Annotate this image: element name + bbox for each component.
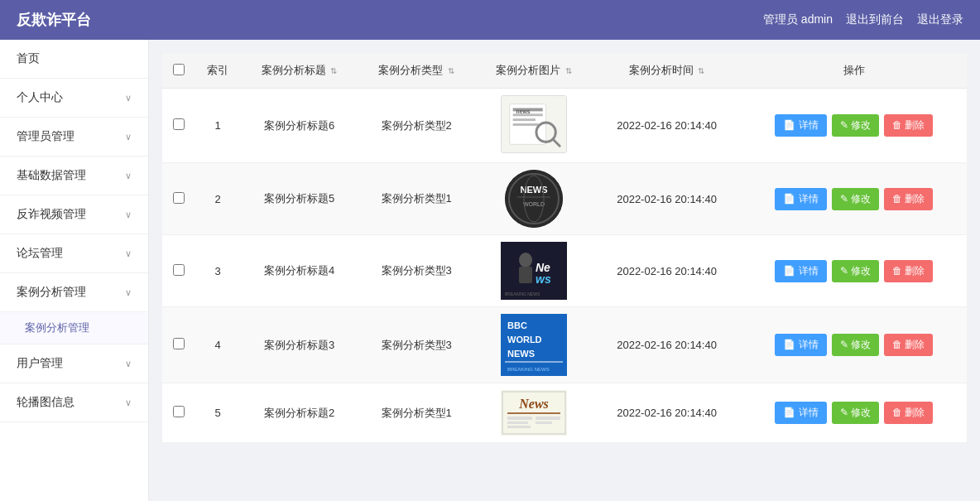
chevron-icon: ∨ (125, 287, 132, 298)
delete-button[interactable]: 🗑 删除 (884, 402, 933, 424)
sidebar-item-banner[interactable]: 轮播图信息 ∨ (0, 383, 148, 422)
svg-text:News: News (518, 397, 549, 411)
chevron-icon: ∨ (125, 132, 132, 142)
sidebar-item-personal[interactable]: 个人中心 ∨ (0, 79, 148, 118)
detail-button[interactable]: 📄 详情 (775, 260, 826, 282)
body-layout: 首页 个人中心 ∨ 管理员管理 ∨ 基础数据管理 ∨ 反诈视频管理 ∨ 论坛管理… (0, 40, 980, 501)
header: 反欺诈平台 管理员 admin 退出到前台 退出登录 (0, 0, 980, 40)
delete-button[interactable]: 🗑 删除 (884, 188, 933, 210)
detail-button[interactable]: 📄 详情 (775, 402, 826, 424)
delete-button[interactable]: 🗑 删除 (884, 114, 933, 137)
chevron-icon: ∨ (125, 248, 132, 259)
action-group: 📄 详情 ✎ 修改 🗑 删除 (748, 114, 960, 137)
edit-button[interactable]: ✎ 修改 (832, 402, 879, 424)
btn-logout[interactable]: 退出登录 (917, 12, 963, 27)
edit-button[interactable]: ✎ 修改 (832, 260, 879, 282)
row-checkbox[interactable] (173, 118, 185, 130)
chevron-icon: ∨ (125, 171, 132, 181)
svg-rect-5 (512, 123, 538, 126)
app-title: 反欺诈平台 (17, 10, 91, 30)
edit-button[interactable]: ✎ 修改 (832, 188, 879, 210)
svg-rect-34 (536, 422, 552, 424)
table-row: 3 案例分析标题4 案例分析类型3 Ne ws (162, 235, 967, 307)
svg-point-16 (519, 253, 532, 267)
table-row: 5 案例分析标题2 案例分析类型1 News (162, 383, 967, 443)
sidebar-item-user[interactable]: 用户管理 ∨ (0, 344, 148, 383)
main-content: 索引 案例分析标题 ⇅ 案例分析类型 ⇅ 案例分析图片 ⇅ 案例分析时间 ⇅ 操… (149, 40, 980, 501)
chevron-icon: ∨ (125, 210, 132, 220)
svg-point-9 (505, 170, 563, 228)
row-checkbox[interactable] (173, 264, 185, 276)
col-action: 操作 (742, 53, 967, 89)
delete-button[interactable]: 🗑 删除 (884, 260, 933, 282)
delete-button[interactable]: 🗑 删除 (884, 334, 933, 356)
chevron-icon: ∨ (125, 359, 132, 369)
svg-text:BREAKING NEWS: BREAKING NEWS (507, 367, 550, 372)
col-image: 案例分析图片 ⇅ (475, 53, 593, 89)
svg-text:ws: ws (536, 272, 551, 286)
svg-rect-35 (507, 426, 531, 428)
svg-rect-4 (512, 118, 535, 121)
svg-text:WORLD: WORLD (507, 335, 542, 344)
col-title: 案例分析标题 ⇅ (241, 53, 358, 89)
detail-button[interactable]: 📄 详情 (775, 188, 826, 210)
svg-rect-31 (507, 417, 532, 420)
sidebar-item-home[interactable]: 首页 (0, 40, 148, 79)
col-type: 案例分析类型 ⇅ (358, 53, 475, 89)
action-group: 📄 详情 ✎ 修改 🗑 删除 (748, 188, 960, 210)
table-row: 1 案例分析标题6 案例分析类型2 (162, 89, 967, 163)
header-actions: 管理员 admin 退出到前台 退出登录 (763, 12, 963, 27)
svg-rect-32 (536, 417, 560, 420)
sidebar-item-video[interactable]: 反诈视频管理 ∨ (0, 195, 148, 234)
sidebar-sub-item-case[interactable]: 案例分析管理 (0, 312, 148, 344)
chevron-icon: ∨ (125, 397, 132, 408)
col-index: 索引 (195, 53, 240, 89)
sidebar: 首页 个人中心 ∨ 管理员管理 ∨ 基础数据管理 ∨ 反诈视频管理 ∨ 论坛管理… (0, 40, 149, 501)
sidebar-item-admin[interactable]: 管理员管理 ∨ (0, 118, 148, 157)
row-checkbox[interactable] (173, 338, 185, 349)
col-time: 案例分析时间 ⇅ (593, 53, 742, 89)
table-row: 4 案例分析标题3 案例分析类型3 BBC WORLD NEWS BREAKIN… (162, 307, 967, 383)
btn-frontend[interactable]: 退出到前台 (846, 12, 904, 27)
select-all-checkbox[interactable] (173, 64, 185, 75)
svg-text:NEWS: NEWS (507, 349, 535, 359)
sidebar-item-basic-data[interactable]: 基础数据管理 ∨ (0, 157, 148, 195)
sidebar-item-forum[interactable]: 论坛管理 ∨ (0, 234, 148, 273)
action-group: 📄 详情 ✎ 修改 🗑 删除 (748, 260, 960, 282)
col-checkbox (162, 53, 195, 89)
svg-text:BREAKING NEWS: BREAKING NEWS (505, 291, 540, 296)
case-table: 索引 案例分析标题 ⇅ 案例分析类型 ⇅ 案例分析图片 ⇅ 案例分析时间 ⇅ 操… (162, 53, 967, 443)
row-checkbox[interactable] (173, 192, 185, 204)
svg-text:BBC: BBC (507, 320, 527, 330)
svg-rect-33 (507, 422, 528, 424)
table-row: 2 案例分析标题5 案例分析类型1 NEWS WORLD (162, 163, 967, 235)
detail-button[interactable]: 📄 详情 (775, 334, 826, 356)
row-checkbox[interactable] (173, 406, 185, 417)
edit-button[interactable]: ✎ 修改 (832, 334, 879, 356)
svg-rect-17 (519, 267, 532, 283)
sidebar-item-case[interactable]: 案例分析管理 ∨ (0, 273, 148, 312)
chevron-icon: ∨ (125, 93, 132, 104)
svg-text:news: news (516, 108, 530, 114)
admin-label: 管理员 admin (763, 12, 833, 27)
action-group: 📄 详情 ✎ 修改 🗑 删除 (748, 402, 960, 424)
svg-text:WORLD: WORLD (523, 201, 545, 207)
detail-button[interactable]: 📄 详情 (775, 114, 826, 137)
edit-button[interactable]: ✎ 修改 (832, 114, 879, 137)
action-group: 📄 详情 ✎ 修改 🗑 删除 (748, 334, 960, 356)
